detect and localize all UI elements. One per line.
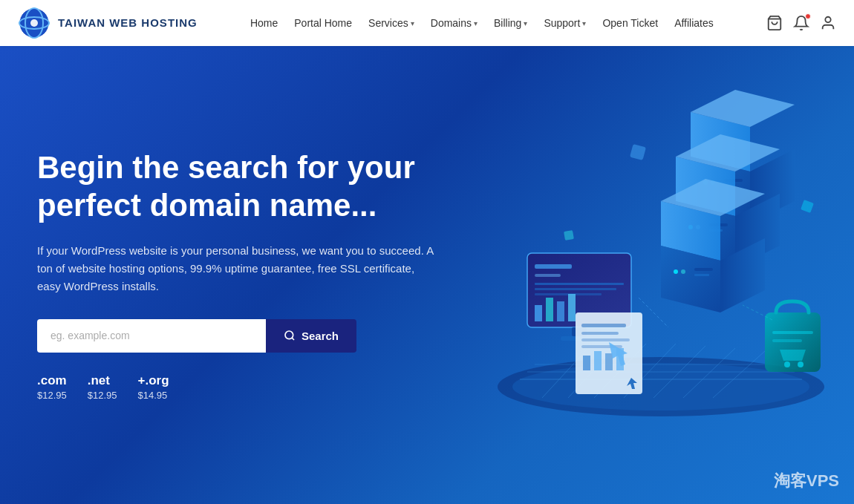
- hero-content: Begin the search for your perfect domain…: [37, 149, 468, 401]
- nav-item-affiliates[interactable]: Affiliates: [668, 13, 720, 33]
- nav-link-support[interactable]: Support ▾: [538, 13, 592, 33]
- svg-rect-51: [546, 298, 553, 321]
- nav-item-portal[interactable]: Portal Home: [288, 13, 358, 33]
- search-icon: [284, 330, 296, 341]
- svg-rect-62: [594, 351, 602, 370]
- nav-link-portal[interactable]: Portal Home: [288, 13, 358, 33]
- svg-line-75: [639, 298, 668, 327]
- svg-rect-42: [694, 268, 713, 271]
- navbar: TAIWAN WEB HOSTING Home Portal Home Serv…: [0, 0, 854, 46]
- svg-point-41: [681, 269, 685, 274]
- svg-point-5: [825, 17, 830, 22]
- svg-rect-52: [557, 301, 564, 321]
- domains-chevron-icon: ▾: [474, 19, 477, 27]
- domain-com-ext: .com: [37, 373, 67, 388]
- brand-logo-link[interactable]: TAIWAN WEB HOSTING: [18, 7, 198, 39]
- nav-link-home[interactable]: Home: [244, 13, 284, 33]
- svg-point-70: [798, 361, 804, 367]
- domain-org: +.org $14.95: [138, 373, 169, 401]
- svg-rect-59: [581, 338, 630, 341]
- svg-rect-46: [535, 274, 561, 277]
- svg-line-7: [292, 338, 294, 340]
- user-icon: [820, 15, 836, 31]
- hero-title: Begin the search for your perfect domain…: [37, 149, 468, 224]
- brand-name: TAIWAN WEB HOSTING: [58, 16, 198, 30]
- nav-menu: Home Portal Home Services ▾ Domains ▾ Bi…: [244, 13, 720, 33]
- svg-rect-74: [801, 200, 814, 213]
- domain-net: .net $12.95: [88, 373, 117, 401]
- nav-item-home[interactable]: Home: [244, 13, 284, 33]
- hero-description: If your WordPress website is your person…: [37, 242, 438, 295]
- brand-logo-icon: [18, 7, 50, 39]
- navbar-icons: [766, 15, 836, 31]
- nav-item-support[interactable]: Support ▾: [538, 13, 592, 33]
- nav-link-domains[interactable]: Domains ▾: [425, 13, 483, 33]
- svg-rect-47: [535, 283, 624, 285]
- cart-button[interactable]: [766, 15, 783, 31]
- domain-prices-list: .com $12.95 .net $12.95 +.org $14.95: [37, 373, 468, 401]
- svg-point-9: [512, 363, 809, 410]
- svg-rect-58: [581, 332, 619, 335]
- domain-search-input[interactable]: [37, 319, 266, 353]
- domain-net-price: $12.95: [88, 390, 117, 401]
- domain-com: .com $12.95: [37, 373, 67, 401]
- user-button[interactable]: [820, 15, 836, 31]
- services-chevron-icon: ▾: [411, 19, 414, 27]
- nav-link-services[interactable]: Services ▾: [362, 13, 420, 33]
- svg-rect-45: [535, 264, 572, 269]
- svg-rect-68: [772, 339, 802, 342]
- notification-button[interactable]: [793, 15, 809, 31]
- svg-rect-73: [564, 230, 574, 240]
- svg-rect-72: [630, 143, 646, 160]
- search-button[interactable]: Search: [266, 319, 356, 353]
- svg-rect-50: [535, 305, 542, 321]
- support-chevron-icon: ▾: [582, 19, 586, 27]
- svg-rect-67: [772, 331, 813, 334]
- nav-link-affiliates[interactable]: Affiliates: [668, 13, 720, 33]
- svg-rect-61: [583, 356, 590, 370]
- nav-item-billing[interactable]: Billing ▾: [488, 13, 533, 33]
- domain-com-price: $12.95: [37, 390, 67, 401]
- domain-org-price: $14.95: [138, 390, 168, 401]
- server-illustration-svg: [438, 68, 854, 483]
- svg-point-69: [784, 361, 790, 367]
- watermark-text: 淘客VPS: [774, 470, 839, 492]
- domain-search-bar: Search: [37, 319, 356, 353]
- svg-point-40: [674, 269, 678, 274]
- hero-section: Begin the search for your perfect domain…: [0, 46, 854, 504]
- svg-point-3: [30, 19, 38, 27]
- billing-chevron-icon: ▾: [524, 19, 527, 27]
- svg-rect-53: [568, 294, 576, 321]
- nav-item-services[interactable]: Services ▾: [362, 13, 420, 33]
- domain-net-ext: .net: [88, 373, 110, 388]
- svg-rect-63: [605, 353, 613, 370]
- hero-illustration: [438, 68, 854, 483]
- nav-link-billing[interactable]: Billing ▾: [488, 13, 533, 33]
- domain-org-ext: +.org: [138, 373, 169, 388]
- nav-item-open-ticket[interactable]: Open Ticket: [596, 13, 664, 33]
- nav-link-open-ticket[interactable]: Open Ticket: [596, 13, 664, 33]
- nav-item-domains[interactable]: Domains ▾: [425, 13, 483, 33]
- svg-rect-43: [694, 274, 709, 276]
- cart-icon: [766, 15, 783, 31]
- svg-rect-57: [581, 324, 626, 327]
- svg-rect-48: [535, 288, 616, 290]
- svg-point-6: [285, 331, 293, 339]
- notification-dot: [805, 13, 811, 19]
